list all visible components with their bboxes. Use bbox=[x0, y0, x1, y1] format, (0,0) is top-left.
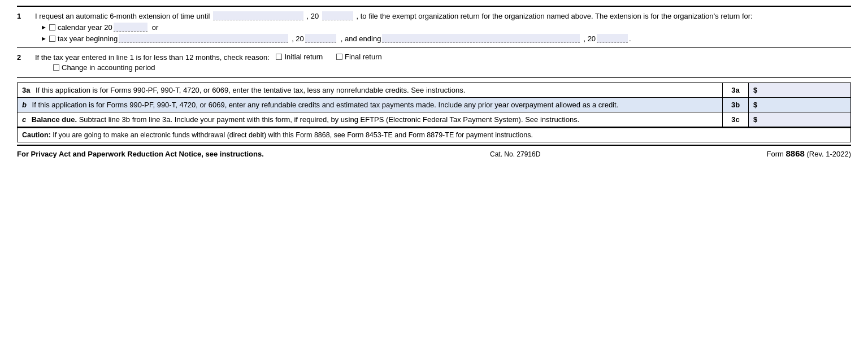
tax-year-begin-year[interactable] bbox=[305, 34, 336, 43]
footer-rev: (Rev. 1-2022) bbox=[805, 150, 851, 158]
row3c-dollar: $ bbox=[753, 115, 757, 124]
line1-sub2-row: ► tax year beginning , 20 , and ending ,… bbox=[41, 34, 851, 43]
tax-year-begin-input[interactable] bbox=[119, 34, 288, 43]
line1-sub1-row: ► calendar year 20 or bbox=[41, 23, 851, 32]
top-border bbox=[17, 6, 851, 7]
change-accounting-label: Change in accounting period bbox=[62, 63, 155, 72]
tax-year-end-year[interactable] bbox=[597, 34, 628, 43]
caution-text: If you are going to make an electronic f… bbox=[53, 131, 533, 139]
final-return-label: Final return bbox=[345, 53, 382, 61]
row3a-ref-label: 3a bbox=[731, 86, 739, 94]
row3a-amount[interactable]: $ bbox=[749, 83, 850, 97]
tax-year-20: , 20 bbox=[292, 34, 304, 43]
row3a-text: If this application is for Forms 990-PF,… bbox=[36, 86, 465, 94]
form-container: 1 I request an automatic 6-month extensi… bbox=[0, 0, 868, 159]
line1-text-before: I request an automatic 6-month extension… bbox=[35, 12, 210, 20]
arrow-icon-1: ► bbox=[41, 24, 47, 31]
row3a-dollar: $ bbox=[753, 86, 757, 94]
footer-form-number: 8868 bbox=[785, 149, 804, 158]
footer-form-prefix: Form bbox=[767, 150, 786, 158]
tax-year-and-ending: , and ending bbox=[341, 34, 381, 43]
row3c-label-letter: c bbox=[22, 115, 26, 124]
row3c-amount[interactable]: $ bbox=[749, 112, 850, 127]
row3c-value-input[interactable] bbox=[761, 115, 828, 124]
footer-center: Cat. No. 27916D bbox=[490, 150, 540, 158]
row3c-ref-label: 3c bbox=[731, 115, 739, 124]
tax-year-end-input[interactable] bbox=[382, 34, 580, 43]
footer-left: For Privacy Act and Paperwork Reduction … bbox=[17, 150, 264, 158]
row3c-desc: c Balance due. Subtract line 3b from lin… bbox=[18, 112, 723, 127]
row3b-ref: 3b bbox=[723, 98, 749, 112]
row3c-ref: 3c bbox=[723, 112, 749, 127]
line1-20-text: , 20 bbox=[307, 12, 319, 20]
row3c-text-bold: Balance due. bbox=[32, 115, 77, 124]
line1-content: I request an automatic 6-month extension… bbox=[35, 11, 851, 43]
row3b-value-input[interactable] bbox=[761, 101, 828, 110]
line2-text: If the tax year entered in line 1 is for… bbox=[35, 53, 270, 62]
line1-number: 1 bbox=[17, 11, 35, 20]
row3a-label-num: 3a bbox=[22, 86, 30, 94]
tax-year-end-20: , 20 bbox=[583, 34, 596, 43]
line2-row: 2 If the tax year entered in line 1 is f… bbox=[17, 53, 851, 72]
calendar-year-checkbox[interactable] bbox=[49, 24, 55, 31]
table-row-3b: b If this application is for Forms 990-P… bbox=[18, 98, 850, 112]
arrow-icon-2: ► bbox=[41, 35, 47, 42]
initial-return-group: Initial return bbox=[276, 53, 323, 61]
table-row-3c: c Balance due. Subtract line 3b from lin… bbox=[18, 112, 850, 127]
change-accounting-checkbox[interactable] bbox=[53, 64, 59, 71]
tax-year-label: tax year beginning bbox=[58, 34, 118, 43]
row3c-text-rest: Subtract line 3b from line 3a. Include y… bbox=[79, 115, 580, 124]
caution-section: Caution: If you are going to make an ele… bbox=[17, 127, 851, 142]
calendar-year-label: calendar year 20 bbox=[58, 23, 112, 32]
initial-return-label: Initial return bbox=[284, 53, 323, 61]
line1-text-after: , to file the exempt organization return… bbox=[356, 12, 752, 20]
caution-label: Caution: bbox=[22, 131, 51, 139]
footer-right: Form 8868 (Rev. 1-2022) bbox=[767, 149, 851, 158]
divider-2 bbox=[17, 77, 851, 78]
row3b-text: If this application is for Forms 990-PF,… bbox=[32, 101, 619, 109]
row3b-desc: b If this application is for Forms 990-P… bbox=[18, 98, 723, 112]
row3b-label-letter: b bbox=[22, 101, 27, 109]
row3a-ref: 3a bbox=[723, 83, 749, 97]
table-section: 3a If this application is for Forms 990-… bbox=[17, 82, 851, 127]
tax-year-period: . bbox=[629, 34, 631, 43]
divider-1 bbox=[17, 47, 851, 48]
table-row-3a: 3a If this application is for Forms 990-… bbox=[18, 83, 850, 98]
final-return-group: Final return bbox=[336, 53, 382, 61]
row3b-dollar: $ bbox=[753, 101, 757, 109]
row3b-amount[interactable]: $ bbox=[749, 98, 850, 112]
line2-row2: Change in accounting period bbox=[53, 63, 851, 72]
line1-year-input[interactable] bbox=[322, 11, 353, 20]
line1-date-input[interactable] bbox=[213, 11, 303, 20]
initial-return-checkbox[interactable] bbox=[276, 54, 282, 60]
row3a-value-input[interactable] bbox=[761, 86, 828, 95]
line2-content: If the tax year entered in line 1 is for… bbox=[35, 53, 851, 72]
calendar-year-input[interactable] bbox=[114, 23, 147, 32]
footer-section: For Privacy Act and Paperwork Reduction … bbox=[17, 145, 851, 159]
final-return-checkbox[interactable] bbox=[336, 54, 342, 60]
line2-number: 2 bbox=[17, 53, 35, 62]
line1-row: 1 I request an automatic 6-month extensi… bbox=[17, 11, 851, 43]
row3b-ref-label: 3b bbox=[731, 101, 740, 109]
tax-year-checkbox[interactable] bbox=[49, 36, 55, 42]
calendar-year-or: or bbox=[152, 23, 159, 32]
row3a-desc: 3a If this application is for Forms 990-… bbox=[18, 83, 723, 97]
